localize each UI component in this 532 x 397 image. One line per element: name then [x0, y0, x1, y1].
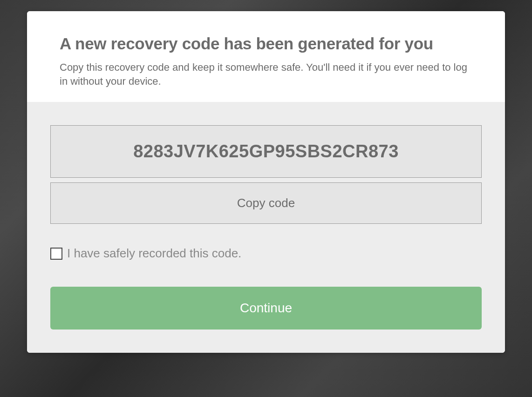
modal-subtitle: Copy this recovery code and keep it some… [60, 61, 472, 88]
continue-button[interactable]: Continue [50, 287, 482, 330]
modal-body: 8283JV7K625GP95SBS2CR873 Copy code I hav… [27, 102, 505, 353]
recovery-code-display: 8283JV7K625GP95SBS2CR873 [50, 125, 482, 178]
recovery-code-modal: A new recovery code has been generated f… [27, 11, 505, 353]
copy-code-button[interactable]: Copy code [50, 182, 482, 224]
modal-title: A new recovery code has been generated f… [60, 34, 472, 53]
recorded-checkbox[interactable] [50, 248, 62, 260]
modal-header: A new recovery code has been generated f… [27, 11, 505, 102]
confirmation-row: I have safely recorded this code. [50, 246, 482, 261]
recorded-checkbox-label[interactable]: I have safely recorded this code. [67, 246, 241, 261]
